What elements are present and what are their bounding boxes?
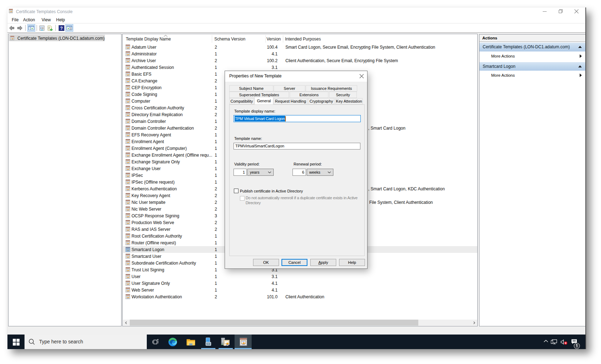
svg-text:?: ? [60,26,63,31]
